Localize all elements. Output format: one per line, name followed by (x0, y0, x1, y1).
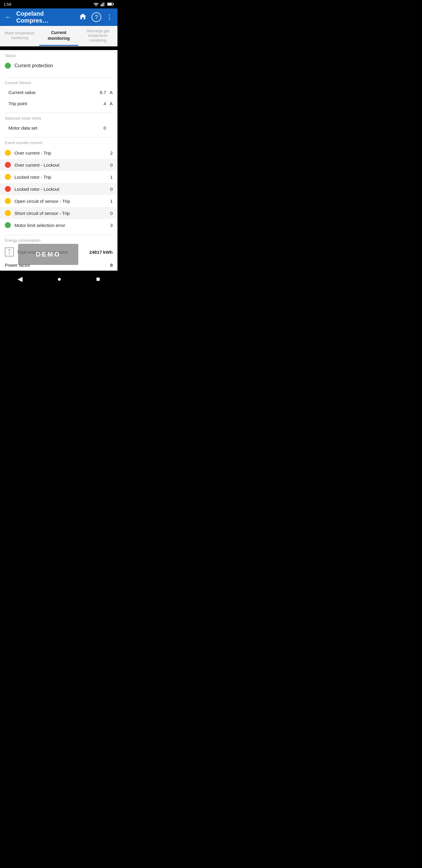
event-dot-1 (5, 162, 11, 168)
svg-rect-3 (103, 3, 103, 6)
status-section: Status Current protection (0, 50, 118, 73)
event-dot-3 (5, 186, 11, 192)
back-button[interactable]: ← (2, 11, 14, 24)
current-protection-text: Current protection (14, 63, 53, 68)
trip-point-label: Trip point (8, 101, 104, 106)
svg-rect-7 (113, 4, 114, 5)
svg-point-0 (96, 6, 96, 6)
event-row-2: Locked rotor - Trip 1 (0, 171, 118, 183)
event-dot-4 (5, 198, 11, 204)
current-value-value: 8.7 (100, 90, 106, 95)
power-factor-value: 0 (110, 262, 112, 268)
current-value-label: Current value (8, 90, 100, 95)
app-title: Copeland Compres… (16, 10, 74, 24)
event-label-5: Short circuit of sensor - Trip (14, 211, 70, 216)
status-bar: 1:59 (0, 0, 118, 8)
trip-point-row: Trip point 4 A (0, 98, 118, 109)
current-sensor-label: Current Sensor (0, 78, 118, 87)
current-sensor-section: Current Sensor Current value 8.7 A Trip … (0, 77, 118, 109)
energy-label: Energy consumption (0, 235, 118, 244)
event-value-0: 2 (107, 150, 112, 156)
tab-discharge-gas[interactable]: Discharge gas temperature monitoring (78, 26, 118, 46)
demo-overlay: DEMO (18, 244, 78, 265)
energy-icon: 07 (5, 247, 14, 256)
signal-icon (101, 2, 105, 6)
event-row-4: Open circuit of sensor - Trip 1 (0, 195, 118, 207)
nav-back-button[interactable]: ◀ (11, 273, 29, 285)
trip-point-unit: A (107, 101, 112, 106)
event-dot-6 (5, 222, 11, 228)
current-protection-dot (5, 63, 11, 69)
motor-data-set-row: Motor data set 0 (0, 122, 118, 133)
current-value-row: Current value 8.7 A (0, 87, 118, 98)
event-dot-5 (5, 210, 11, 216)
motor-limits-section: Selected motor limits Motor data set 0 (0, 113, 118, 133)
event-row-3: Locked rotor - Lockout 0 (0, 183, 118, 195)
content-area: Status Current protection Current Sensor… (0, 50, 118, 271)
event-value-3: 0 (107, 187, 112, 192)
current-value-unit: A (107, 90, 112, 95)
event-row-0: Over current - Trip 2 (0, 147, 118, 159)
nav-square-button[interactable]: ■ (90, 273, 106, 285)
nav-bar: ◀ ● ■ (0, 271, 118, 287)
demo-text: DEMO (36, 250, 61, 258)
event-value-6: 3 (107, 223, 112, 228)
total-energy-unit: kWh (103, 250, 112, 255)
total-energy-value: 24817 (90, 250, 102, 255)
help-button[interactable]: ? (92, 12, 101, 22)
status-label: Status (0, 50, 118, 60)
event-counter-section: Event counter current Over current - Tri… (0, 137, 118, 231)
energy-section: Energy consumption 07 Total energy consu… (0, 235, 118, 271)
tab-current[interactable]: Current monitoring (39, 26, 78, 46)
event-label-4: Open circuit of sensor - Trip (14, 198, 70, 204)
svg-rect-1 (101, 4, 101, 6)
motor-data-set-value: 0 (104, 125, 106, 130)
svg-rect-4 (104, 2, 104, 6)
trip-point-value: 4 (104, 101, 106, 106)
tab-motor-temp[interactable]: Motor temperature monitoring (0, 26, 39, 46)
event-row-5: Short circuit of sensor - Trip 0 (0, 207, 118, 219)
time: 1:59 (4, 2, 11, 7)
event-counter-label: Event counter current (0, 137, 118, 147)
motor-data-set-label: Motor data set (8, 125, 104, 130)
event-dot-0 (5, 150, 11, 156)
svg-rect-2 (102, 4, 102, 6)
motor-limits-label: Selected motor limits (0, 113, 118, 122)
event-dot-2 (5, 174, 11, 180)
event-label-3: Locked rotor - Lockout (14, 187, 59, 192)
event-value-1: 0 (107, 162, 112, 167)
tab-bar: Motor temperature monitoring Current mon… (0, 26, 118, 46)
event-value-5: 0 (107, 211, 112, 216)
nav-home-button[interactable]: ● (51, 273, 67, 285)
event-label-0: Over current - Trip (14, 150, 51, 156)
event-label-2: Locked rotor - Trip (14, 175, 51, 180)
status-icons (93, 2, 114, 6)
event-value-4: 1 (107, 198, 112, 204)
event-value-2: 1 (107, 175, 112, 180)
event-row-6: Motor limit selection error 3 (0, 219, 118, 231)
menu-button[interactable]: ⋮ (104, 11, 115, 24)
event-row-1: Over current - Lockout 0 (0, 159, 118, 171)
event-label-1: Over current - Lockout (14, 162, 59, 167)
event-label-6: Motor limit selection error (14, 223, 65, 228)
svg-rect-6 (107, 3, 112, 5)
wifi-icon (93, 2, 99, 6)
home-button[interactable] (76, 10, 89, 24)
battery-icon (107, 2, 114, 6)
current-protection-row: Current protection (0, 60, 118, 73)
app-bar: ← Copeland Compres… ? ⋮ (0, 8, 118, 26)
